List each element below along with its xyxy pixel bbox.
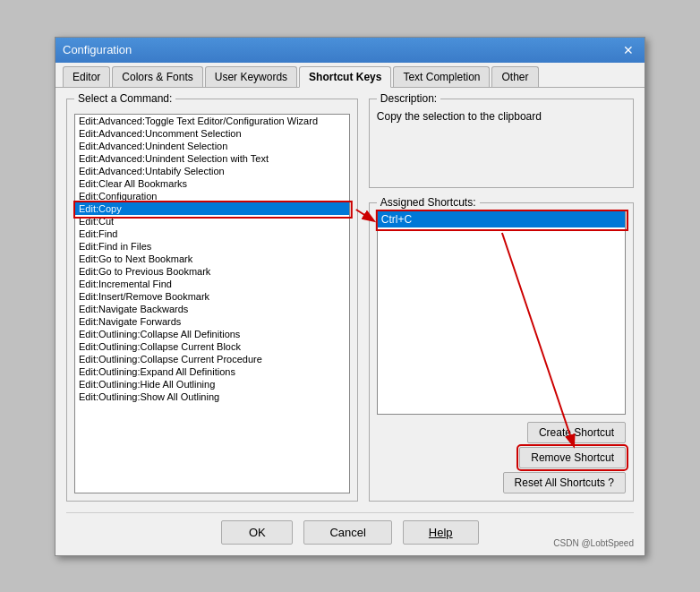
list-item[interactable]: Edit:Advanced:Toggle Text Editor/Configu… bbox=[75, 115, 349, 127]
tab-shortcut-keys[interactable]: Shortcut Keys bbox=[299, 66, 391, 88]
list-item[interactable]: Edit:Outlining:Show All Outlining bbox=[75, 390, 349, 403]
right-panel: Description: Copy the selection to the c… bbox=[369, 99, 634, 502]
list-item[interactable]: Edit:Cut bbox=[75, 215, 349, 227]
close-button[interactable]: ✕ bbox=[619, 41, 637, 59]
list-item[interactable]: Edit:Navigate Forwards bbox=[75, 315, 349, 328]
title-bar: Configuration ✕ bbox=[55, 38, 645, 63]
list-item[interactable]: Edit:Configuration bbox=[75, 190, 349, 202]
main-content: Select a Command: Edit:Advanced:Toggle T… bbox=[66, 99, 634, 502]
list-item[interactable]: Edit:Clear All Bookmarks bbox=[75, 177, 349, 190]
shortcuts-group: Assigned Shortcuts: Ctrl+C Create Shortc… bbox=[369, 202, 634, 502]
create-shortcut-button[interactable]: Create Shortcut bbox=[527, 422, 626, 443]
list-item[interactable]: Edit:Outlining:Expand All Definitions bbox=[75, 365, 349, 378]
tab-text-completion[interactable]: Text Completion bbox=[393, 66, 490, 87]
list-item[interactable]: Edit:Advanced:Untabify Selection bbox=[75, 165, 349, 177]
list-item[interactable]: Edit:Advanced:Unindent Selection bbox=[75, 140, 349, 152]
list-item[interactable]: Edit:Copy bbox=[75, 202, 349, 215]
watermark: CSDN @LobtSpeed bbox=[553, 538, 634, 548]
description-text: Copy the selection to the clipboard bbox=[377, 107, 626, 123]
list-item[interactable]: Edit:Find bbox=[75, 227, 349, 240]
list-item[interactable]: Edit:Go to Previous Bookmark bbox=[75, 265, 349, 278]
list-item[interactable]: Edit:Advanced:Unindent Selection with Te… bbox=[75, 152, 349, 165]
select-command-group: Select a Command: Edit:Advanced:Toggle T… bbox=[66, 99, 358, 502]
list-item[interactable]: Edit:Incremental Find bbox=[75, 278, 349, 290]
shortcuts-list[interactable]: Ctrl+C bbox=[377, 210, 626, 415]
remove-shortcut-button[interactable]: Remove Shortcut bbox=[519, 447, 626, 468]
shortcut-item[interactable]: Ctrl+C bbox=[378, 211, 625, 227]
tab-editor[interactable]: Editor bbox=[63, 66, 110, 87]
list-item[interactable]: Edit:Navigate Backwards bbox=[75, 303, 349, 315]
tabs-bar: Editor Colors & Fonts User Keywords Shor… bbox=[55, 63, 645, 88]
list-item[interactable]: Edit:Outlining:Collapse All Definitions bbox=[75, 328, 349, 340]
help-button[interactable]: Help bbox=[403, 520, 479, 545]
command-list[interactable]: Edit:Advanced:Toggle Text Editor/Configu… bbox=[74, 114, 350, 493]
list-item[interactable]: Edit:Find in Files bbox=[75, 240, 349, 253]
list-item[interactable]: Edit:Outlining:Collapse Current Block bbox=[75, 340, 349, 353]
dialog-title: Configuration bbox=[63, 43, 132, 56]
select-command-label: Select a Command: bbox=[74, 92, 175, 105]
list-item[interactable]: Edit:Outlining:Collapse Current Procedur… bbox=[75, 353, 349, 365]
tab-user-keywords[interactable]: User Keywords bbox=[205, 66, 297, 87]
configuration-dialog: Configuration ✕ Editor Colors & Fonts Us… bbox=[55, 37, 645, 556]
list-item[interactable]: Edit:Go to Next Bookmark bbox=[75, 253, 349, 265]
shortcuts-label: Assigned Shortcuts: bbox=[377, 196, 480, 209]
list-item[interactable]: Edit:Advanced:Uncomment Selection bbox=[75, 127, 349, 140]
description-label: Description: bbox=[377, 92, 440, 105]
reset-all-shortcuts-button[interactable]: Reset All Shortcuts ? bbox=[503, 472, 626, 493]
description-group: Description: Copy the selection to the c… bbox=[369, 99, 634, 188]
left-panel: Select a Command: Edit:Advanced:Toggle T… bbox=[66, 99, 358, 502]
bottom-buttons: OK Cancel Help bbox=[66, 512, 634, 545]
ok-button[interactable]: OK bbox=[221, 520, 293, 545]
list-item[interactable]: Edit:Outlining:Hide All Outlining bbox=[75, 378, 349, 390]
cancel-button[interactable]: Cancel bbox=[303, 520, 391, 545]
dialog-body: Select a Command: Edit:Advanced:Toggle T… bbox=[55, 88, 645, 555]
list-item[interactable]: Edit:Insert/Remove Bookmark bbox=[75, 290, 349, 303]
tab-colors-fonts[interactable]: Colors & Fonts bbox=[112, 66, 202, 87]
tab-other[interactable]: Other bbox=[491, 66, 538, 87]
